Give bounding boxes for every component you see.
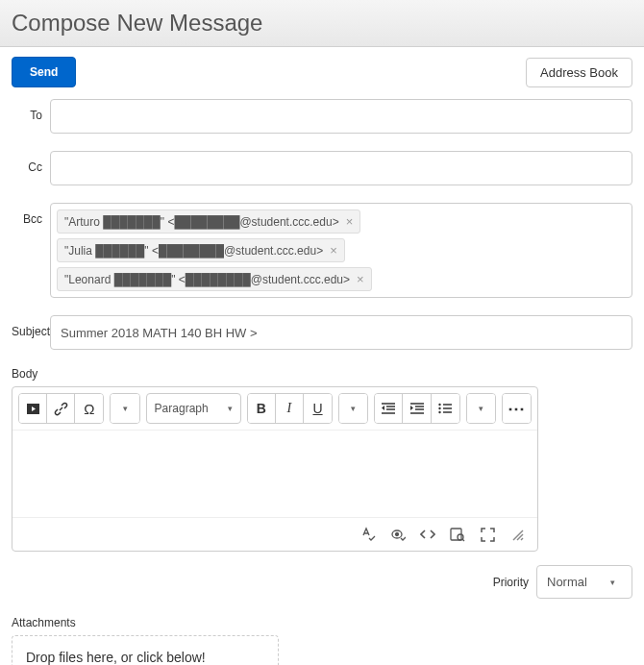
priority-label: Priority — [493, 576, 529, 589]
accessibility-check-icon[interactable] — [389, 526, 407, 543]
svg-point-16 — [438, 411, 440, 413]
header-bar: Compose New Message — [0, 0, 644, 47]
preview-icon[interactable] — [449, 526, 466, 543]
svg-line-25 — [521, 538, 523, 540]
page-title: Compose New Message — [12, 10, 632, 37]
bold-button[interactable]: B — [248, 394, 276, 423]
remove-recipient-icon[interactable]: × — [346, 214, 354, 229]
editor-footer — [12, 517, 537, 551]
spellcheck-icon[interactable] — [359, 526, 377, 543]
subject-label: Subject — [12, 315, 50, 338]
html-source-icon[interactable] — [419, 526, 436, 543]
insert-link-button[interactable] — [47, 394, 75, 423]
rich-text-editor: Ω ▾ Paragraph ▾ B I U ▾ — [12, 386, 538, 552]
insert-symbol-button[interactable]: Ω — [75, 394, 103, 423]
list-dropdown-button[interactable]: ▾ — [467, 394, 495, 423]
svg-line-22 — [462, 539, 464, 541]
underline-button[interactable]: U — [304, 394, 332, 423]
to-input[interactable] — [50, 99, 632, 134]
attachments-dropzone[interactable]: Drop files here, or click below! Upload … — [12, 635, 279, 665]
remove-recipient-icon[interactable]: × — [357, 272, 364, 286]
svg-point-12 — [438, 404, 440, 406]
editor-toolbar: Ω ▾ Paragraph ▾ B I U ▾ — [12, 387, 537, 431]
recipient-text: "Arturo ███████" <████████@student.ccc.e… — [64, 215, 339, 229]
recipient-text: "Leonard ███████" <████████@student.ccc.… — [64, 273, 350, 286]
recipient-chip: "Leonard ███████" <████████@student.ccc.… — [57, 267, 372, 291]
cc-label: Cc — [12, 151, 50, 174]
outdent-button[interactable] — [375, 394, 403, 423]
send-button[interactable]: Send — [12, 57, 76, 87]
svg-point-14 — [438, 407, 440, 409]
cc-input[interactable] — [50, 151, 632, 185]
action-row: Send Address Book — [12, 57, 632, 87]
insert-media-button[interactable] — [19, 394, 47, 423]
svg-point-19 — [396, 533, 399, 536]
recipient-text: "Julia ██████" <████████@student.ccc.edu… — [64, 244, 323, 258]
attachments-label: Attachments — [12, 616, 632, 629]
recipient-chip: "Arturo ███████" <████████@student.ccc.e… — [57, 209, 360, 234]
remove-recipient-icon[interactable]: × — [330, 243, 337, 258]
more-toolbar-button[interactable]: ⋯ — [503, 394, 531, 423]
svg-marker-6 — [382, 406, 384, 410]
to-label: To — [12, 99, 50, 122]
editor-body[interactable] — [12, 431, 537, 517]
insert-dropdown-button[interactable]: ▾ — [111, 394, 138, 423]
chevron-down-icon: ▾ — [610, 578, 615, 587]
font-dropdown-button[interactable]: ▾ — [339, 394, 367, 423]
fullscreen-icon[interactable] — [479, 526, 496, 543]
address-book-button[interactable]: Address Book — [526, 58, 632, 87]
subject-input[interactable] — [50, 315, 632, 350]
bcc-input[interactable]: "Arturo ███████" <████████@student.ccc.e… — [50, 203, 632, 298]
bullet-list-button[interactable] — [432, 394, 459, 423]
bcc-label: Bcc — [12, 203, 50, 226]
recipient-chip: "Julia ██████" <████████@student.ccc.edu… — [57, 238, 345, 262]
indent-button[interactable] — [403, 394, 431, 423]
priority-select[interactable]: Normal ▾ — [536, 565, 632, 599]
paragraph-format-select[interactable]: Paragraph ▾ — [146, 393, 241, 424]
chevron-down-icon: ▾ — [228, 404, 233, 413]
dropzone-text: Drop files here, or click below! — [26, 650, 264, 665]
italic-button[interactable]: I — [276, 394, 304, 423]
body-label: Body — [12, 367, 632, 381]
svg-marker-11 — [410, 406, 413, 410]
resize-handle-icon[interactable] — [508, 526, 526, 543]
